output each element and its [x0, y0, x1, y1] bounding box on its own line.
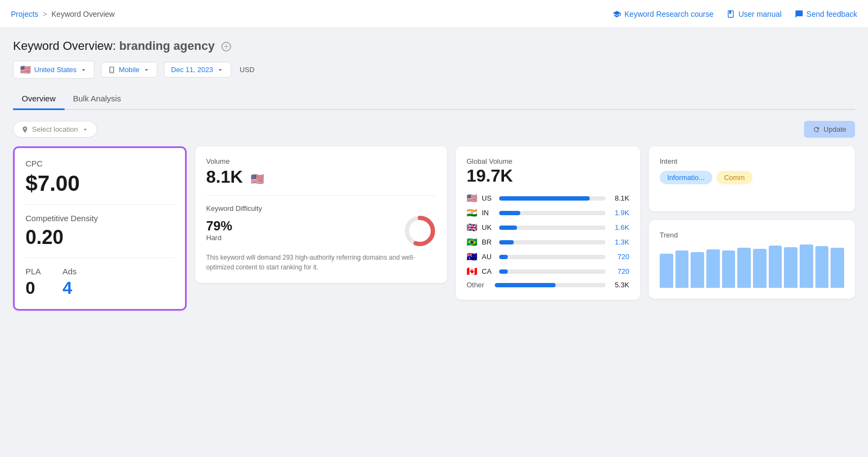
location-chevron-icon: [81, 126, 89, 133]
update-label: Update: [824, 125, 846, 133]
country-bar-bg: [499, 226, 605, 230]
device-label: Mobile: [119, 66, 139, 74]
trend-bar: [831, 248, 844, 288]
country-bar-fill: [499, 226, 517, 230]
intent-trend-col: Intent Informatio... Comm Trend: [649, 146, 855, 299]
controls-row: Select location Update: [13, 121, 855, 138]
trend-bar: [675, 250, 689, 288]
country-code: CA: [482, 267, 495, 275]
difficulty-desc: This keyword will demand 293 high-author…: [206, 253, 436, 272]
gv-label: Global Volume: [467, 157, 629, 165]
country-filter-btn[interactable]: 🇺🇸 United States: [13, 61, 94, 79]
country-bar-bg: [499, 255, 605, 259]
country-bar-bg: [499, 196, 605, 201]
refresh-icon: [813, 126, 820, 133]
other-row: Other 5.3K: [467, 281, 629, 289]
location-pin-icon: [21, 126, 29, 133]
country-bar-fill: [499, 211, 520, 215]
country-bar-bg: [499, 211, 605, 215]
trend-card: Trend: [649, 220, 855, 299]
country-flag-icon: 🇺🇸: [467, 193, 477, 203]
chevron-down-icon: [80, 66, 87, 74]
pla-value: 0: [25, 278, 41, 298]
difficulty-value: 79%: [206, 218, 396, 234]
breadcrumb-parent[interactable]: Projects: [11, 10, 39, 18]
trend-bars: [660, 244, 844, 288]
cd-value: 0.20: [25, 226, 174, 249]
graduation-cap-icon: [612, 10, 621, 18]
trend-bar: [691, 252, 704, 288]
country-value: 720: [610, 267, 629, 275]
difficulty-info: 79% Hard: [206, 218, 396, 244]
trend-bar: [753, 249, 767, 288]
send-feedback-link[interactable]: Send feedback: [795, 10, 857, 18]
trend-bar: [706, 249, 720, 288]
country-code: IN: [482, 209, 495, 217]
country-bar-fill: [499, 269, 508, 274]
update-btn[interactable]: Update: [804, 121, 855, 138]
volume-value: 8.1K 🇺🇸: [206, 168, 436, 186]
country-flag-icon: 🇬🇧: [467, 222, 477, 233]
keyword-course-link[interactable]: Keyword Research course: [612, 10, 713, 18]
country-flag-icon: 🇧🇷: [467, 237, 477, 247]
trend-bar: [722, 250, 736, 288]
country-code: US: [482, 194, 495, 202]
device-chevron-icon: [143, 66, 150, 74]
trend-bar: [660, 254, 673, 288]
date-filter-btn[interactable]: Dec 11, 2023: [164, 62, 231, 78]
pla-ads-row: PLA 0 Ads 4: [25, 267, 174, 298]
trend-bar: [769, 246, 782, 288]
keyword-text: branding agency: [119, 39, 215, 53]
difficulty-donut: [404, 215, 436, 247]
volume-card: Volume 8.1K 🇺🇸 Keyword Difficulty 79% Ha…: [195, 146, 447, 283]
volume-label: Volume: [206, 157, 436, 165]
country-row: 🇬🇧 UK 1.6K: [467, 222, 629, 233]
country-flag-icon: 🇨🇦: [467, 266, 477, 276]
intent-label: Intent: [660, 157, 844, 165]
country-flag-icon: 🇮🇳: [467, 208, 477, 218]
cpc-card: CPC $7.00 Competitive Density 0.20 PLA 0…: [13, 146, 187, 311]
gv-value: 19.7K: [467, 166, 629, 185]
country-bar-bg: [499, 240, 605, 244]
country-row: 🇮🇳 IN 1.9K: [467, 208, 629, 218]
main-content: Keyword Overview: branding agency + 🇺🇸 U…: [0, 28, 868, 321]
ads-item: Ads 4: [62, 267, 76, 298]
country-row: 🇦🇺 AU 720: [467, 252, 629, 262]
tab-overview[interactable]: Overview: [13, 88, 65, 110]
country-value: 8.1K: [610, 194, 629, 202]
trend-bar: [737, 248, 751, 288]
cpc-value: $7.00: [25, 171, 174, 196]
tab-bulk-analysis[interactable]: Bulk Analysis: [65, 88, 130, 110]
mobile-icon: [108, 66, 116, 74]
user-manual-label: User manual: [738, 10, 781, 18]
top-nav-links: Keyword Research course User manual Send…: [612, 10, 857, 18]
pla-item: PLA 0: [25, 267, 41, 298]
chat-icon: [795, 10, 803, 18]
trend-bar: [784, 247, 797, 288]
other-bar-bg: [495, 283, 605, 287]
country-value: 720: [610, 253, 629, 261]
difficulty-row: 79% Hard: [206, 215, 436, 247]
intent-badges: Informatio... Comm: [660, 171, 844, 184]
send-feedback-label: Send feedback: [807, 10, 857, 18]
device-filter-btn[interactable]: Mobile: [101, 62, 157, 78]
intent-card: Intent Informatio... Comm: [649, 146, 855, 211]
country-value: 1.3K: [610, 238, 629, 246]
add-keyword-icon[interactable]: +: [221, 42, 231, 52]
trend-label: Trend: [660, 231, 844, 239]
date-chevron-icon: [216, 66, 224, 74]
country-code: BR: [482, 238, 495, 246]
country-row: 🇺🇸 US 8.1K: [467, 193, 629, 203]
cards-layout: Volume 8.1K 🇺🇸 Keyword Difficulty 79% Ha…: [13, 146, 855, 311]
countries-list: 🇺🇸 US 8.1K 🇮🇳 IN 1.9K 🇬🇧 UK 1.6K 🇧🇷 BR: [467, 193, 629, 276]
cpc-label: CPC: [25, 159, 174, 168]
country-value: 1.6K: [610, 223, 629, 231]
country-bar-bg: [499, 269, 605, 274]
ads-label: Ads: [62, 267, 76, 276]
currency-label: USD: [238, 62, 257, 77]
breadcrumb-separator: >: [43, 10, 47, 18]
user-manual-link[interactable]: User manual: [726, 10, 781, 18]
select-location-label: Select location: [32, 125, 78, 133]
select-location-btn[interactable]: Select location: [13, 121, 97, 138]
title-prefix: Keyword Overview:: [13, 39, 116, 53]
